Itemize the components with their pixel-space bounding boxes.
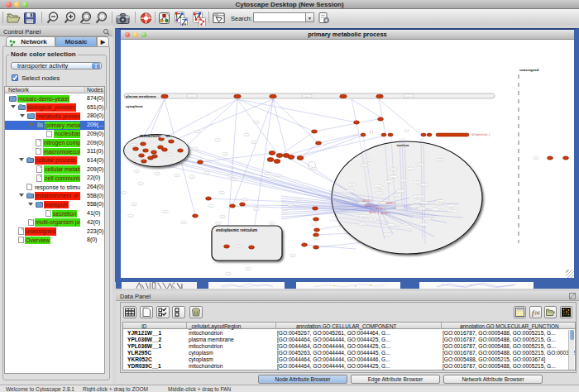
svg-text:[..]: [..]: [409, 168, 412, 170]
svg-text:[..]: [..]: [266, 173, 269, 174]
svg-text:[..]: [..]: [349, 190, 352, 192]
svg-text:[..]: [..]: [233, 179, 236, 180]
svg-text:[..]: [..]: [194, 148, 197, 150]
svg-text:[..]: [..]: [386, 233, 389, 235]
svg-text:[..]: [..]: [191, 176, 194, 178]
svg-text:[..]: [..]: [420, 208, 423, 209]
svg-text:[..]: [..]: [399, 207, 401, 208]
svg-text:(x): (x): [535, 310, 540, 315]
svg-text:[..]: [..]: [535, 157, 538, 159]
svg-text:[..]: [..]: [361, 215, 364, 217]
svg-text:[..]: [..]: [392, 169, 395, 170]
svg-text:[..]: [..]: [197, 131, 199, 132]
svg-text:[..]: [..]: [393, 176, 395, 178]
svg-text:[..]: [..]: [400, 190, 402, 192]
svg-text:[..]: [..]: [290, 204, 292, 206]
svg-text:[..]: [..]: [230, 175, 232, 177]
svg-text:[..]: [..]: [454, 210, 457, 212]
svg-text:[..]: [..]: [313, 223, 316, 225]
svg-text:[..]: [..]: [165, 211, 167, 213]
svg-text:[..]: [..]: [383, 202, 385, 203]
svg-text:[..]: [..]: [244, 198, 246, 200]
svg-text:[..]: [..]: [247, 268, 250, 270]
svg-text:[..]: [..]: [136, 158, 139, 160]
svg-text:[..]: [..]: [363, 165, 366, 166]
svg-text:plasma membrane: plasma membrane: [126, 94, 156, 98]
svg-text:[..]: [..]: [256, 122, 258, 123]
svg-text:[..]: [..]: [440, 206, 443, 208]
svg-text:[..]: [..]: [416, 181, 419, 183]
svg-text:[..]: [..]: [371, 218, 374, 220]
svg-text:[..]: [..]: [292, 255, 294, 256]
svg-text:[..]: [..]: [351, 184, 353, 185]
svg-text:[..]: [..]: [439, 200, 442, 202]
svg-text:[..]: [..]: [132, 144, 135, 146]
svg-text:[..]: [..]: [408, 226, 410, 227]
svg-text:[..]: [..]: [435, 208, 438, 210]
svg-text:[..]: [..]: [217, 139, 219, 141]
svg-text:[GO:00...]: [GO:00...]: [369, 211, 379, 214]
svg-text:[..]: [..]: [361, 223, 364, 225]
svg-text:[..]: [..]: [123, 192, 126, 194]
svg-text:[...]: [...]: [405, 129, 409, 132]
svg-text:[..]: [..]: [423, 202, 426, 203]
svg-text:[..]: [..]: [426, 218, 428, 219]
svg-text:unassigned: unassigned: [519, 68, 539, 72]
svg-text:[..]: [..]: [413, 205, 415, 207]
svg-text:[..]: [..]: [423, 223, 425, 225]
svg-text:[..]: [..]: [379, 192, 381, 194]
svg-text:[..]: [..]: [256, 208, 258, 210]
svg-text:[..]: [..]: [238, 246, 241, 247]
svg-text:[..]: [..]: [423, 184, 426, 185]
svg-text:[..]: [..]: [271, 222, 274, 224]
svg-text:[..]: [..]: [278, 174, 280, 176]
svg-text:[..]: [..]: [367, 160, 370, 161]
svg-text:endoplasmic reticulum: endoplasmic reticulum: [216, 228, 257, 232]
svg-text:[..]: [..]: [253, 141, 256, 143]
svg-text:[..]: [..]: [218, 222, 220, 224]
svg-text:[..]: [..]: [313, 168, 316, 170]
svg-text:[..]: [..]: [390, 224, 392, 226]
svg-text:[..]: [..]: [395, 194, 398, 196]
svg-text:[..]: [..]: [285, 211, 287, 213]
svg-text:[..]: [..]: [403, 179, 405, 181]
svg-text:[..]: [..]: [419, 195, 422, 197]
svg-text:[..]: [..]: [315, 237, 318, 239]
svg-text:[--]: [--]: [191, 95, 194, 97]
svg-text:[..]: [..]: [210, 205, 213, 207]
svg-text:[..]: [..]: [227, 273, 230, 275]
svg-text:[..]: [..]: [450, 205, 452, 207]
svg-text:[..]: [..]: [270, 178, 273, 179]
svg-text:[..]: [..]: [388, 181, 390, 183]
svg-text:[..]: [..]: [224, 153, 227, 155]
svg-text:[..]: [..]: [162, 136, 165, 137]
svg-text:[..]: [..]: [130, 215, 132, 217]
svg-text:[..]: [..]: [246, 134, 248, 136]
svg-text:[GO:00...]: [GO:00...]: [385, 202, 395, 205]
svg-text:[GO:00...]: [GO:00...]: [376, 207, 385, 210]
svg-text:[..]: [..]: [222, 216, 224, 218]
svg-text:[..]: [..]: [417, 200, 419, 202]
svg-text:[..]: [..]: [297, 198, 299, 200]
svg-text:GO:0generic/ter[...]: GO:0generic/ter[...]: [471, 133, 490, 136]
svg-text:[..]: [..]: [156, 173, 159, 174]
svg-text:[..]: [..]: [133, 203, 136, 205]
svg-text:[--]: [--]: [306, 95, 309, 97]
svg-text:cytoplasm: cytoplasm: [126, 104, 143, 108]
svg-text:[..]: [..]: [183, 222, 185, 223]
svg-text:[..]: [..]: [176, 174, 179, 176]
svg-text:[..]: [..]: [439, 159, 442, 160]
svg-text:[GO:00...]: [GO:00...]: [380, 212, 390, 215]
svg-text:[..]: [..]: [140, 183, 142, 184]
svg-text:[--]: [--]: [408, 95, 410, 97]
svg-text:[..]: [..]: [136, 170, 138, 172]
svg-text:[..]: [..]: [221, 192, 223, 194]
svg-text:[GO:00...]: [GO:00...]: [362, 199, 372, 203]
svg-text:[..]: [..]: [169, 154, 171, 155]
svg-text:nucleus: nucleus: [396, 143, 409, 147]
svg-text:[..]: [..]: [419, 164, 421, 165]
svg-text:[..]: [..]: [206, 172, 208, 174]
svg-text:[...]: [...]: [370, 131, 373, 134]
svg-text:[..]: [..]: [376, 185, 379, 187]
svg-text:[GO:00...]: [GO:00...]: [365, 204, 375, 208]
